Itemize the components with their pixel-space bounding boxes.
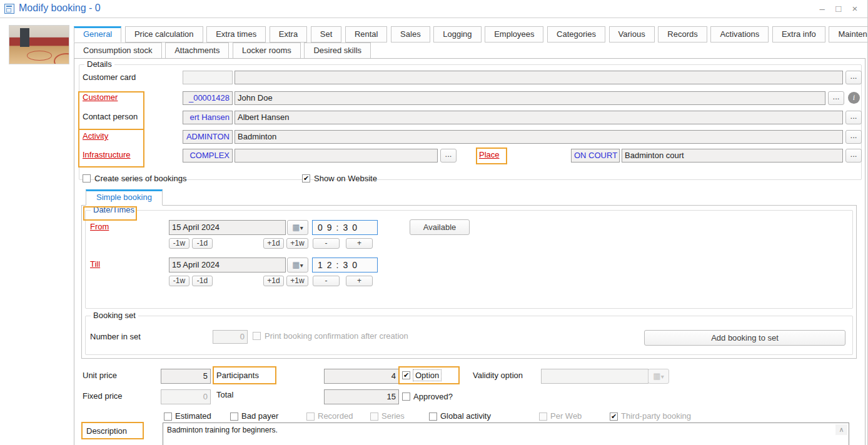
third-party-booking-label: Third-party booking [621, 411, 691, 421]
tab-logging[interactable]: Logging [433, 26, 481, 42]
till-calendar-button[interactable]: ▦▾ [287, 258, 308, 272]
approved-checkbox[interactable] [402, 392, 410, 401]
tab-records[interactable]: Records [658, 26, 707, 42]
check-icon: ✔ [303, 174, 309, 182]
tab-desired-skills[interactable]: Desired skills [304, 42, 371, 59]
per-web-checkbox[interactable] [539, 412, 547, 421]
infrastructure-browse-button[interactable]: ... [440, 149, 457, 162]
tab-employees[interactable]: Employees [485, 26, 543, 42]
validity-option-field[interactable] [541, 369, 648, 384]
from-time-plus-button[interactable]: + [346, 238, 373, 249]
infrastructure-label[interactable]: Infrastructure [83, 150, 131, 159]
third-party-booking-checkbox[interactable]: ✔ [610, 412, 618, 421]
customer-value-field[interactable]: John Doe [235, 91, 825, 105]
tab-extra[interactable]: Extra [270, 26, 307, 42]
till-minus-day-button[interactable]: -1d [192, 276, 213, 286]
contact-person-browse-button[interactable]: ... [845, 111, 862, 124]
validity-option-label: Validity option [473, 371, 523, 380]
from-minus-day-button[interactable]: -1d [192, 238, 213, 249]
tab-consumption-stock[interactable]: Consumption stock [74, 42, 162, 59]
customer-browse-button[interactable]: ... [828, 91, 844, 105]
recorded-checkbox[interactable] [306, 412, 315, 421]
tab-simple-booking[interactable]: Simple booking [86, 189, 163, 206]
till-plus-day-button[interactable]: +1d [263, 276, 284, 286]
till-time-minus-button[interactable]: - [313, 276, 340, 286]
scroll-up-icon[interactable]: ∧ [835, 424, 847, 435]
customer-info-icon[interactable]: i [848, 92, 860, 104]
bad-payer-checkbox[interactable] [230, 412, 238, 421]
till-minus-week-button[interactable]: -1w [169, 276, 189, 286]
till-time-field[interactable]: 12:30 [312, 258, 378, 272]
customer-card-value-field[interactable] [235, 71, 843, 84]
tab-maintenance[interactable]: Maintenance [829, 26, 868, 42]
fixed-price-field[interactable]: 0 [161, 389, 211, 404]
till-plus-week-button[interactable]: +1w [286, 276, 308, 286]
from-plus-day-button[interactable]: +1d [263, 238, 284, 249]
description-textarea[interactable]: Badminton training for beginners. ∧ [163, 422, 849, 445]
option-checkbox[interactable]: ✔ [402, 371, 410, 379]
print-confirmation-label: Print booking confirmation after creatio… [265, 331, 408, 341]
tab-categories[interactable]: Categories [547, 26, 605, 42]
from-label[interactable]: From [90, 222, 109, 231]
infrastructure-code-field[interactable]: COMPLEX [183, 149, 233, 162]
place-label[interactable]: Place [479, 150, 500, 159]
activity-browse-button[interactable]: ... [845, 130, 862, 144]
customer-code-field[interactable]: _00001428 [183, 91, 233, 105]
activity-code-field[interactable]: ADMINTON [183, 130, 233, 144]
tab-various[interactable]: Various [609, 26, 655, 42]
add-booking-to-set-button[interactable]: Add booking to set [644, 330, 845, 346]
from-date-field[interactable]: 15 April 2024 [169, 220, 286, 235]
close-icon[interactable]: × [848, 3, 862, 14]
customer-card-browse-button[interactable]: ... [845, 71, 862, 84]
estimated-checkbox[interactable] [164, 412, 172, 421]
tab-price-calculation[interactable]: Price calculation [125, 26, 203, 42]
series-checkbox[interactable] [370, 412, 378, 421]
tab-activations[interactable]: Activations [710, 26, 769, 42]
customer-card-code-field[interactable] [183, 71, 233, 84]
tab-locker-rooms[interactable]: Locker rooms [233, 42, 301, 59]
till-date-field[interactable]: 15 April 2024 [169, 258, 286, 272]
number-in-set-field[interactable]: 0 [213, 330, 248, 344]
activity-label[interactable]: Activity [83, 131, 108, 141]
tab-extra-times[interactable]: Extra times [206, 26, 266, 42]
tab-general[interactable]: General [74, 26, 121, 42]
booking-set-group-label: Booking set [91, 311, 138, 320]
validity-calendar-button[interactable]: ▦▾ [648, 369, 669, 384]
infrastructure-value-field[interactable] [235, 149, 438, 162]
series-label: Series [381, 411, 405, 421]
from-time-minus-button[interactable]: - [313, 238, 340, 249]
date-times-group-label: Date/Times [91, 205, 137, 214]
from-minus-week-button[interactable]: -1w [169, 238, 189, 249]
print-confirmation-checkbox[interactable] [253, 332, 261, 340]
contact-person-code-field[interactable]: ert Hansen [183, 111, 233, 124]
till-time-plus-button[interactable]: + [346, 276, 373, 286]
chevron-down-icon: ▾ [300, 224, 303, 231]
activity-value-field[interactable]: Badminton [235, 130, 843, 144]
participants-field[interactable]: 4 [324, 369, 399, 384]
place-code-field[interactable]: ON COURT [571, 149, 620, 162]
global-activity-checkbox[interactable] [429, 412, 437, 421]
create-series-checkbox[interactable] [83, 174, 91, 182]
tab-attachments[interactable]: Attachments [165, 42, 229, 59]
total-field[interactable]: 15 [324, 389, 399, 404]
place-value-field[interactable]: Badminton court [622, 149, 843, 162]
maximize-icon[interactable]: □ [832, 3, 845, 14]
place-browse-button[interactable]: ... [845, 149, 862, 162]
calendar-icon: ▦ [292, 260, 300, 269]
tab-rental[interactable]: Rental [345, 26, 388, 42]
customer-label[interactable]: Customer [83, 92, 118, 102]
contact-person-value-field[interactable]: Albert Hansen [235, 111, 843, 124]
window-title: Modify booking - 0 [19, 2, 101, 14]
option-checkbox-label[interactable]: Option [413, 370, 441, 381]
from-plus-week-button[interactable]: +1w [286, 238, 308, 249]
unit-price-field[interactable]: 5 [161, 369, 211, 384]
available-button[interactable]: Available [410, 219, 470, 235]
tab-set[interactable]: Set [311, 26, 342, 42]
from-time-field[interactable]: 09:30 [312, 220, 378, 235]
tab-sales[interactable]: Sales [391, 26, 430, 42]
minimize-icon[interactable]: – [815, 3, 829, 14]
till-label[interactable]: Till [90, 259, 100, 269]
from-calendar-button[interactable]: ▦▾ [287, 220, 308, 235]
show-on-website-checkbox[interactable]: ✔ [302, 174, 310, 182]
tab-extra-info[interactable]: Extra info [772, 26, 825, 42]
